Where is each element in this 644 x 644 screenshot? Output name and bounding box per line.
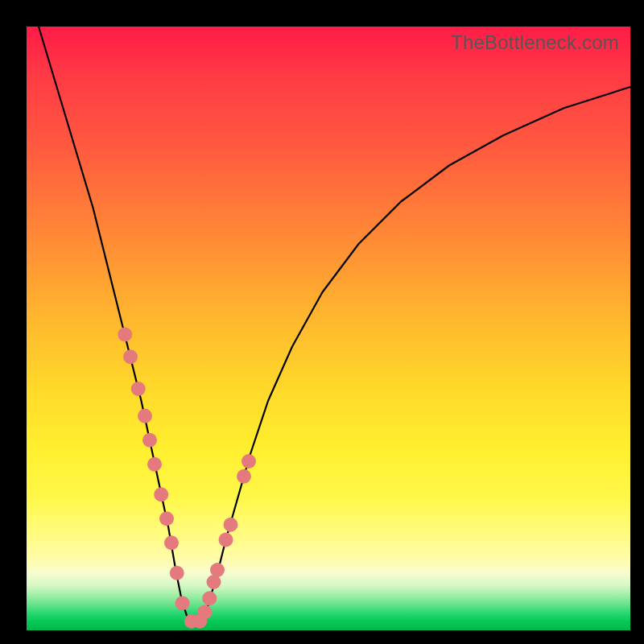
marker-dot bbox=[210, 563, 225, 577]
marker-dot bbox=[237, 469, 251, 484]
marker-dot bbox=[131, 382, 146, 396]
marker-dot bbox=[219, 533, 233, 547]
marker-dot bbox=[224, 518, 238, 532]
marker-dot bbox=[170, 566, 184, 580]
marker-dot bbox=[138, 409, 152, 423]
marker-dot bbox=[175, 596, 190, 610]
marker-dot bbox=[197, 605, 212, 620]
marker-dot bbox=[202, 591, 217, 605]
chart-frame: TheBottleneck.com bbox=[0, 0, 644, 644]
marker-dot bbox=[159, 511, 174, 526]
marker-dot bbox=[154, 487, 168, 502]
plot-area: TheBottleneck.com bbox=[27, 27, 630, 630]
marker-dot bbox=[147, 457, 162, 472]
marker-dot bbox=[118, 328, 132, 342]
bottleneck-curve bbox=[39, 27, 630, 625]
marker-dot bbox=[242, 454, 256, 469]
marker-dot bbox=[123, 349, 138, 364]
chart-svg bbox=[27, 27, 630, 630]
marker-dot bbox=[142, 433, 157, 448]
marker-dot bbox=[164, 535, 179, 550]
resolution-markers bbox=[118, 328, 256, 629]
